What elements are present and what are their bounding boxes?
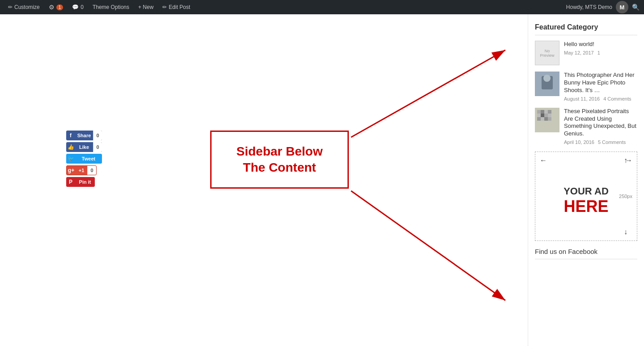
- ad-size-label: 250px: [619, 194, 632, 199]
- thumbsup-icon: 👍: [66, 142, 75, 152]
- comment-icon: 💬: [72, 4, 79, 10]
- search-icon[interactable]: 🔍: [632, 4, 640, 11]
- googleplus-button[interactable]: g+ +1 0: [66, 165, 97, 175]
- ad-your-text: YOUR AD: [564, 186, 609, 197]
- arrow-left-icon: ←: [540, 156, 547, 165]
- main-wrapper: f Share 0 👍 Like 0 🐦 Tweet g+ +1 0 P Pin…: [0, 14, 644, 346]
- photographer-thumb: [535, 72, 559, 96]
- facebook-like-button[interactable]: 👍 Like 0: [66, 142, 102, 152]
- admin-bar-right: Howdy, MTS Demo M 🔍: [566, 1, 640, 13]
- new-button[interactable]: + New: [135, 2, 157, 12]
- pinterest-button[interactable]: P Pin it: [66, 177, 95, 187]
- svg-line-2: [351, 191, 505, 300]
- featured-content-3: These Pixelated Portraits Are Created Us…: [564, 108, 637, 145]
- content-area: f Share 0 👍 Like 0 🐦 Tweet g+ +1 0 P Pin…: [0, 14, 528, 346]
- ad-vertical-arrows: ↑ 250px ↓: [619, 152, 632, 241]
- arrow-down-icon: ↓: [624, 228, 627, 236]
- svg-rect-13: [544, 114, 548, 117]
- svg-point-5: [543, 75, 551, 82]
- svg-line-1: [351, 50, 505, 137]
- featured-content-1: Hello world! May 12, 2017 1: [564, 41, 637, 55]
- twitter-tweet-button[interactable]: 🐦 Tweet: [66, 154, 102, 164]
- gplus-icon: g+: [67, 165, 76, 175]
- ad-content: YOUR AD HERE: [564, 186, 609, 216]
- featured-category-title: Featured Category: [535, 23, 637, 35]
- facebook-icon: f: [66, 131, 75, 140]
- featured-title-3[interactable]: These Pixelated Portraits Are Created Us…: [564, 108, 637, 138]
- customize-button[interactable]: ✏ Customize: [4, 2, 43, 12]
- svg-rect-9: [544, 110, 548, 114]
- featured-item-3: These Pixelated Portraits Are Created Us…: [535, 108, 637, 145]
- featured-meta-3: April 10, 2016 5 Comments: [564, 139, 637, 145]
- facebook-share-button[interactable]: f Share 0: [66, 131, 102, 140]
- featured-title-2[interactable]: This Photographer And Her Bunny Have Epi…: [564, 72, 637, 94]
- pinterest-icon: P: [66, 177, 75, 187]
- avatar[interactable]: M: [616, 1, 628, 13]
- featured-content-2: This Photographer And Her Bunny Have Epi…: [564, 72, 637, 101]
- sidebar-below-box: Sidebar BelowThe Content: [210, 131, 349, 189]
- howdy-text: Howdy, MTS Demo: [566, 4, 612, 10]
- svg-rect-7: [537, 110, 541, 114]
- featured-category-section: Featured Category NoPreview Hello world!…: [535, 23, 637, 145]
- svg-rect-15: [537, 117, 541, 121]
- twitter-icon: 🐦: [66, 154, 75, 164]
- featured-meta-2: August 11, 2016 4 Comments: [564, 96, 637, 101]
- svg-rect-17: [544, 117, 548, 121]
- featured-item-2: This Photographer And Her Bunny Have Epi…: [535, 72, 637, 101]
- svg-rect-18: [548, 117, 551, 121]
- pixelated-thumb: [535, 108, 559, 132]
- featured-meta-1: May 12, 2017 1: [564, 50, 637, 55]
- svg-rect-10: [548, 110, 551, 114]
- ad-box[interactable]: ← → ↑ 250px ↓ YOUR AD HERE: [535, 152, 637, 241]
- featured-item-1: NoPreview Hello world! May 12, 2017 1: [535, 41, 637, 65]
- svg-rect-16: [541, 117, 544, 121]
- comments-button[interactable]: 💬 0: [68, 2, 87, 12]
- admin-bar: ✏ Customize ⚙ 1 💬 0 Theme Options + New …: [0, 0, 644, 14]
- find-facebook-title: Find us on Facebook: [535, 248, 637, 259]
- featured-title-1[interactable]: Hello world!: [564, 41, 637, 48]
- sidebar: Featured Category NoPreview Hello world!…: [528, 14, 644, 346]
- arrow-up-icon: ↑: [624, 156, 627, 165]
- wordpress-icon: ⚙: [49, 4, 55, 11]
- svg-rect-8: [541, 110, 544, 114]
- svg-rect-14: [548, 114, 551, 117]
- svg-rect-11: [537, 114, 541, 117]
- edit-post-button[interactable]: ✏ Edit Post: [159, 2, 194, 12]
- social-share: f Share 0 👍 Like 0 🐦 Tweet g+ +1 0 P Pin…: [66, 131, 102, 187]
- svg-rect-12: [541, 114, 544, 117]
- sidebar-below-text: Sidebar BelowThe Content: [237, 143, 323, 176]
- pencil-icon: ✏: [8, 4, 13, 10]
- theme-options-button[interactable]: Theme Options: [89, 2, 133, 12]
- edit-icon: ✏: [162, 4, 167, 10]
- no-preview-thumb: NoPreview: [535, 41, 559, 65]
- wp-logo-button[interactable]: ⚙ 1: [45, 2, 67, 13]
- ad-here-text: HERE: [564, 197, 609, 216]
